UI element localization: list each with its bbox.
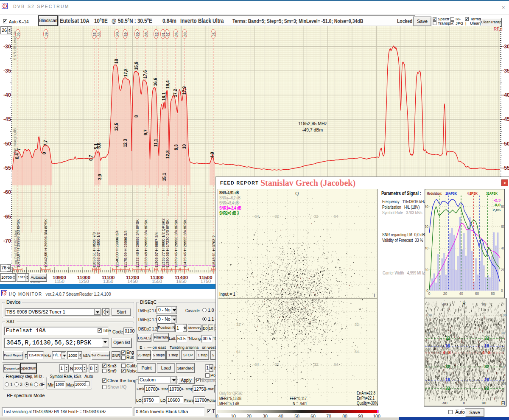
svg-text:0: 0	[501, 288, 503, 293]
svg-text:80: 80	[135, 32, 140, 36]
svg-text:1450: 1450	[127, 279, 137, 283]
svg-text:-35: -35	[502, 68, 509, 74]
svg-text:11335,77 H 8000 1/2 QPSK2: 11335,77 H 8000 1/2 QPSK2	[161, 218, 165, 268]
svg-text:11053,51 H 8520 7/8: 11053,51 H 8520 7/8	[92, 232, 96, 268]
svg-text:11258,48 H 29996 3/4 8PSK: 11258,48 H 29996 3/4 8PSK	[144, 219, 148, 268]
svg-text:32: 32	[314, 214, 318, 218]
svg-text:16: 16	[484, 344, 489, 348]
svg-text:11140,00 H 29996 3/4: 11140,00 H 29996 3/4	[115, 230, 119, 268]
svg-text:89: 89	[183, 32, 187, 36]
svg-text:11543,61 H 3703 ?: 11543,61 H 3703 ?	[212, 235, 216, 268]
svg-text:32: 32	[484, 386, 489, 391]
svg-text:11952,95 MHz: 11952,95 MHz	[298, 121, 327, 126]
svg-text:90: 90	[482, 302, 487, 306]
svg-text:19,4: 19,4	[165, 80, 170, 89]
svg-text:FER=0,117: FER=0,117	[290, 396, 307, 401]
svg-text:Only for QPSK:: Only for QPSK:	[219, 391, 243, 396]
svg-text:81: 81	[161, 32, 165, 36]
svg-text:40: 40	[425, 246, 428, 250]
svg-text:7,7: 7,7	[43, 140, 48, 146]
svg-text:-64: -64	[253, 362, 259, 367]
svg-text:20: 20	[501, 381, 505, 386]
svg-text:60: 60	[425, 224, 428, 229]
svg-text:-40: -40	[3, 92, 11, 98]
svg-text:17,8: 17,8	[123, 68, 128, 77]
svg-text:60: 60	[425, 347, 430, 352]
svg-text:-30: -30	[3, 44, 11, 50]
svg-text:1550: 1550	[152, 279, 162, 283]
svg-text:SNRr=3,4 dB: SNRr=3,4 dB	[219, 200, 239, 205]
svg-text:17,9: 17,9	[182, 86, 187, 95]
svg-text:80: 80	[501, 331, 505, 335]
svg-text:40: 40	[459, 291, 463, 296]
svg-text:-90: -90	[442, 302, 447, 306]
svg-text:-45: -45	[502, 116, 509, 122]
svg-text:-30: -30	[502, 44, 509, 50]
svg-text:60: 60	[475, 291, 479, 296]
svg-text:97: 97	[165, 32, 170, 36]
svg-text:-60: -60	[3, 189, 11, 195]
svg-text:33: 33	[97, 32, 101, 36]
svg-text:40: 40	[425, 365, 430, 369]
svg-text:6,6: 6,6	[97, 143, 101, 148]
svg-text:-32: -32	[273, 214, 279, 218]
svg-text:15,1: 15,1	[162, 173, 167, 181]
svg-text:MERa=5,13 dB: MERa=5,13 dB	[219, 396, 241, 401]
svg-text:9,3: 9,3	[174, 144, 179, 150]
svg-text:32: 32	[445, 386, 450, 391]
svg-text:80: 80	[425, 331, 430, 335]
svg-text:ErrAm=22,8: ErrAm=22,8	[357, 390, 375, 395]
svg-text:20: 20	[501, 268, 505, 272]
svg-text:11425,45 H 29995 3/4 8PSK: 11425,45 H 29995 3/4 8PSK	[183, 219, 187, 268]
svg-text:Input = 1: Input = 1	[219, 291, 235, 297]
svg-text:Fi: Fi	[501, 400, 505, 406]
svg-text:Line Margin,dB: Line Margin,dB	[12, 128, 17, 155]
svg-text:32: 32	[445, 364, 450, 369]
svg-text:4,8PSK: 4,8PSK	[467, 191, 478, 196]
svg-text:-70: -70	[3, 238, 11, 244]
svg-text:R: R	[462, 301, 466, 306]
svg-text:4: 4	[482, 350, 485, 355]
svg-text:64: 64	[236, 350, 241, 354]
svg-text:4,9: 4,9	[210, 152, 215, 158]
svg-text:100: 100	[425, 313, 432, 317]
svg-text:-32: -32	[273, 362, 279, 367]
svg-text:18: 18	[114, 59, 119, 64]
svg-text:11350,96 H 17330 2/3 8PSK: 11350,96 H 17330 2/3 8PSK	[165, 219, 170, 268]
svg-text:39: 39	[44, 32, 48, 36]
svg-text:SNR=4,91 dB: SNR=4,91 dB	[219, 190, 239, 195]
svg-text:0: 0	[42, 152, 47, 154]
svg-text:9,7: 9,7	[143, 129, 148, 135]
svg-text:-50: -50	[502, 141, 509, 147]
svg-text:2,05: 2,05	[493, 207, 501, 212]
svg-text:-45: -45	[3, 116, 11, 122]
svg-text:RF,d: RF,d	[494, 27, 503, 31]
svg-text:10842,55 H 29996 3/4 8PSK: 10842,55 H 29996 3/4 8PSK	[44, 219, 48, 268]
svg-text:60: 60	[501, 224, 505, 229]
svg-text:-64: -64	[253, 214, 259, 218]
svg-text:10: 10	[182, 144, 187, 149]
svg-text:Q: Q	[295, 191, 299, 196]
svg-text:11389,45 H 29996 3/4 8PSK: 11389,45 H 29996 3/4 8PSK	[174, 219, 178, 268]
svg-text:1250: 1250	[78, 279, 89, 283]
svg-text:80: 80	[491, 291, 495, 296]
svg-text:-55: -55	[3, 165, 11, 171]
svg-text:-0,0: -0,0	[494, 202, 501, 207]
svg-text:35: 35	[92, 32, 97, 36]
svg-text:20: 20	[443, 291, 447, 296]
svg-text:ErrPh=22,1: ErrPh=22,1	[357, 395, 375, 400]
svg-text:100: 100	[501, 313, 507, 317]
svg-text:16: 16	[445, 378, 450, 382]
svg-text:Level,%: Level,%	[12, 31, 17, 45]
svg-text:1750: 1750	[201, 279, 211, 283]
svg-text:1650: 1650	[176, 279, 186, 283]
svg-text:11062,27 H 4500 1/2: 11062,27 H 4500 1/2	[96, 232, 101, 268]
svg-text:15,9: 15,9	[134, 62, 139, 70]
svg-text:16: 16	[484, 378, 489, 382]
svg-text:89: 89	[123, 32, 128, 36]
svg-text:11303,97 H 8887 3/4: 11303,97 H 8887 3/4	[154, 232, 159, 268]
svg-text:Freq Pol SR FEC Mod: Freq Pol SR FEC Mod	[14, 230, 18, 268]
svg-text:86: 86	[174, 32, 178, 36]
svg-text:17,2: 17,2	[173, 89, 178, 97]
svg-text:90: 90	[115, 32, 119, 36]
